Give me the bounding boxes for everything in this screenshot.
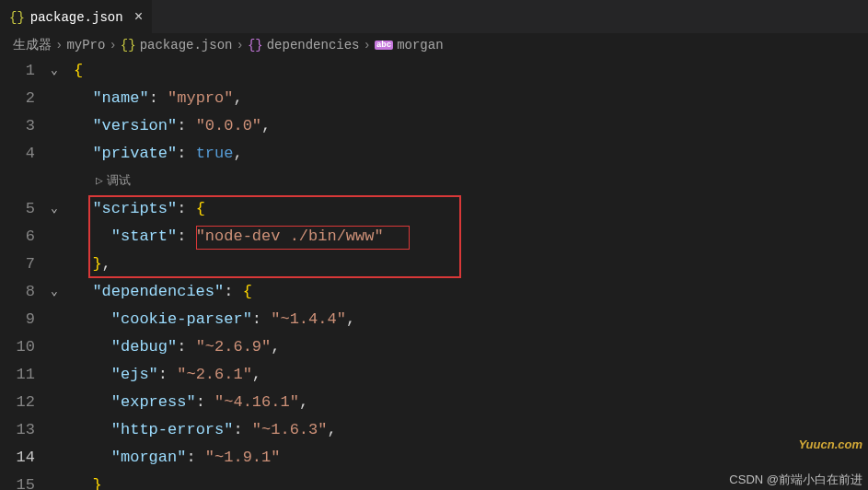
crumb-file[interactable]: {} package.json bbox=[121, 38, 233, 52]
chevron-right-icon: › bbox=[109, 38, 116, 52]
line-number: 1 bbox=[0, 57, 46, 85]
codelens-debug[interactable]: ▷调试 bbox=[0, 168, 868, 195]
json-icon: {} bbox=[9, 10, 25, 25]
watermark: CSDN @前端小白在前进 bbox=[729, 472, 862, 488]
fold-toggle[interactable]: ⌄ bbox=[46, 57, 63, 85]
object-icon: {} bbox=[248, 38, 263, 52]
fold-toggle[interactable]: ⌄ bbox=[46, 278, 63, 306]
breadcrumb[interactable]: 生成器 › myPro › {} package.json › {} depen… bbox=[0, 33, 868, 57]
line-number: 13 bbox=[0, 416, 46, 444]
line-number: 7 bbox=[0, 251, 46, 278]
watermark: Yuucn.com bbox=[798, 438, 862, 451]
tab-package-json[interactable]: {} package.json × bbox=[0, 0, 152, 33]
line-number: 11 bbox=[0, 361, 46, 389]
crumb-folder[interactable]: 生成器 bbox=[13, 37, 52, 53]
line-number: 2 bbox=[0, 85, 46, 112]
line-number: 6 bbox=[0, 223, 46, 251]
json-icon: {} bbox=[121, 38, 136, 52]
line-number: 12 bbox=[0, 389, 46, 416]
chevron-right-icon: › bbox=[236, 38, 243, 52]
line-number: 10 bbox=[0, 333, 46, 361]
crumb-folder[interactable]: myPro bbox=[66, 38, 105, 52]
string-icon: abc bbox=[375, 41, 393, 50]
line-number: 4 bbox=[0, 140, 46, 168]
crumb-label: morgan bbox=[397, 38, 443, 52]
crumb-symbol[interactable]: abc morgan bbox=[375, 38, 444, 52]
chevron-right-icon: › bbox=[364, 38, 371, 52]
close-icon[interactable]: × bbox=[129, 9, 144, 26]
crumb-label: dependencies bbox=[267, 38, 360, 52]
play-icon: ▷ bbox=[96, 168, 103, 195]
crumb-symbol[interactable]: {} dependencies bbox=[248, 38, 360, 52]
line-number: 9 bbox=[0, 306, 46, 333]
fold-toggle[interactable]: ⌄ bbox=[46, 195, 63, 223]
line-number: 5 bbox=[0, 195, 46, 223]
line-number: 3 bbox=[0, 112, 46, 140]
tab-bar: {} package.json × bbox=[0, 0, 868, 33]
line-number: 14 bbox=[0, 444, 46, 472]
tab-label: package.json bbox=[30, 10, 123, 25]
chevron-right-icon: › bbox=[55, 38, 63, 52]
code-editor[interactable]: 1⌄{ 2 "name": "mypro", 3 "version": "0.0… bbox=[0, 57, 868, 490]
line-number: 15 bbox=[0, 472, 46, 490]
crumb-label: package.json bbox=[140, 38, 233, 52]
line-number: 8 bbox=[0, 278, 46, 306]
